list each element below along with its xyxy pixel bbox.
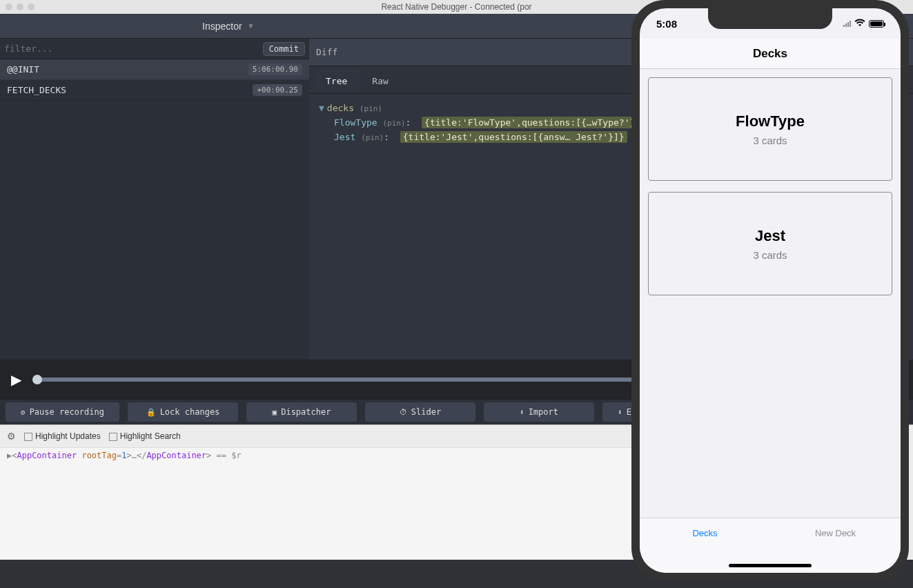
home-indicator[interactable] bbox=[729, 564, 812, 567]
lock-label: Lock changes bbox=[160, 407, 220, 417]
action-name: @@INIT bbox=[7, 64, 39, 75]
action-list: @@INIT 5:06:00.90 FETCH_DECKS +00:00.25 bbox=[0, 59, 309, 360]
dispatcher-label: Dispatcher bbox=[281, 407, 331, 417]
slider-icon: ⏱ bbox=[400, 408, 407, 417]
tree-key: FlowType bbox=[334, 117, 377, 128]
tree-ellipsis: … bbox=[132, 451, 137, 460]
diff-label: Diff bbox=[316, 47, 337, 57]
pause-label: Pause recording bbox=[30, 407, 104, 417]
diff-tab-tree[interactable]: Tree bbox=[313, 69, 360, 93]
slider-label: Slider bbox=[411, 407, 441, 417]
tree-component-close: AppContainer bbox=[146, 451, 206, 460]
checkbox-icon bbox=[109, 433, 117, 441]
action-time: +00:00.25 bbox=[253, 84, 302, 96]
phone-simulator: 5:08 Decks FlowType 3 cards Jest 3 cards bbox=[631, 0, 909, 581]
filter-row: Commit bbox=[0, 39, 309, 59]
dispatcher-button[interactable]: ▣Dispatcher bbox=[246, 402, 357, 422]
phone-notch bbox=[708, 8, 832, 29]
zoom-window-dot[interactable] bbox=[28, 3, 35, 10]
pin-label: (pin) bbox=[361, 133, 384, 142]
phone-screen: 5:08 Decks FlowType 3 cards Jest 3 cards bbox=[640, 8, 901, 573]
dispatcher-icon: ▣ bbox=[273, 408, 277, 417]
tree-key: Jest bbox=[334, 132, 355, 142]
tree-value: {title:'FlowType',questions:[{…wType?'}]… bbox=[422, 117, 649, 128]
download-icon: ⬇ bbox=[618, 408, 622, 417]
tab-bar: Decks New Deck bbox=[640, 518, 901, 573]
gear-icon[interactable]: ⚙ bbox=[7, 431, 16, 442]
lock-icon: 🔒 bbox=[146, 408, 156, 417]
tree-component: AppContainer bbox=[17, 451, 77, 460]
play-icon[interactable]: ▶ bbox=[11, 371, 21, 388]
pin-label: (pin) bbox=[360, 104, 382, 113]
pause-recording-button[interactable]: ⊘Pause recording bbox=[6, 402, 119, 422]
nav-header: Decks bbox=[640, 39, 901, 69]
deck-title: Jest bbox=[755, 227, 785, 245]
commit-button[interactable]: Commit bbox=[263, 42, 305, 56]
deck-card[interactable]: Jest 3 cards bbox=[648, 192, 892, 295]
highlight-updates-checkbox[interactable]: Highlight Updates bbox=[24, 431, 101, 441]
tree-close: </ bbox=[137, 451, 146, 460]
window-title: React Native Debugger - Connected (por bbox=[381, 2, 531, 12]
upload-icon: ⬆ bbox=[520, 408, 524, 417]
minimize-window-dot[interactable] bbox=[17, 3, 23, 10]
tree-gt: > bbox=[126, 451, 131, 460]
record-icon: ⊘ bbox=[21, 408, 26, 417]
tree-dollar: == $r bbox=[211, 451, 241, 460]
highlight-updates-label: Highlight Updates bbox=[35, 431, 101, 441]
diff-tab-raw[interactable]: Raw bbox=[360, 69, 400, 93]
lock-changes-button[interactable]: 🔒Lock changes bbox=[128, 402, 238, 422]
deck-subtitle: 3 cards bbox=[753, 249, 787, 261]
close-window-dot[interactable] bbox=[6, 3, 12, 10]
highlight-search-checkbox[interactable]: Highlight Search bbox=[109, 431, 181, 441]
action-panel: Commit @@INIT 5:06:00.90 FETCH_DECKS +00… bbox=[0, 39, 309, 360]
tree-value: {title:'Jest',questions:[{answ… Jest?'}]… bbox=[400, 131, 627, 143]
disclosure-triangle-icon[interactable]: ▼ bbox=[319, 103, 324, 113]
action-name: FETCH_DECKS bbox=[7, 85, 66, 95]
wifi-icon bbox=[854, 18, 865, 29]
timeline-knob[interactable] bbox=[32, 375, 42, 384]
tab-inspector[interactable]: Inspector ▼ bbox=[0, 14, 457, 38]
tree-attr: rootTag bbox=[81, 451, 117, 460]
traffic-lights bbox=[6, 3, 35, 10]
deck-card[interactable]: FlowType 3 cards bbox=[648, 77, 892, 181]
deck-list: FlowType 3 cards Jest 3 cards bbox=[640, 69, 901, 304]
tree-root-key: decks bbox=[327, 103, 354, 113]
action-item[interactable]: @@INIT 5:06:00.90 bbox=[0, 59, 309, 80]
status-icons bbox=[843, 18, 884, 29]
pin-label: (pin) bbox=[382, 119, 405, 128]
nav-title: Decks bbox=[753, 47, 787, 61]
action-time: 5:06:00.90 bbox=[248, 63, 302, 75]
signal-icon bbox=[843, 20, 851, 27]
chevron-down-icon: ▼ bbox=[248, 22, 255, 30]
import-button[interactable]: ⬆Import bbox=[484, 402, 594, 422]
status-time: 5:08 bbox=[656, 18, 677, 30]
highlight-search-label: Highlight Search bbox=[120, 431, 181, 441]
battery-icon bbox=[869, 20, 884, 28]
slider-button[interactable]: ⏱Slider bbox=[365, 402, 475, 422]
import-label: Import bbox=[529, 407, 558, 417]
tab-inspector-label: Inspector bbox=[202, 21, 242, 32]
deck-title: FlowType bbox=[736, 112, 805, 130]
deck-subtitle: 3 cards bbox=[753, 135, 787, 146]
checkbox-icon bbox=[24, 433, 32, 441]
action-item[interactable]: FETCH_DECKS +00:00.25 bbox=[0, 80, 309, 101]
filter-input[interactable] bbox=[4, 43, 263, 54]
